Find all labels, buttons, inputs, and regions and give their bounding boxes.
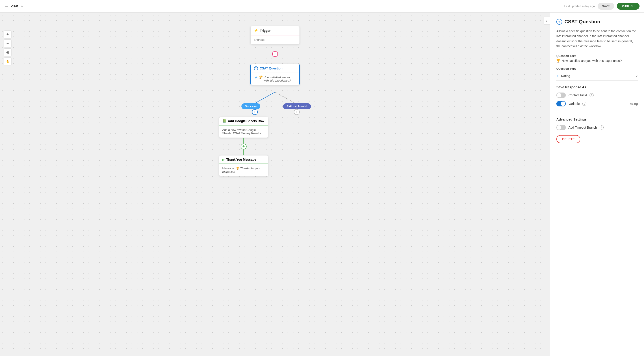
question-emoji: 🏆 — [556, 59, 560, 62]
question-text-label: Question Text — [556, 54, 638, 57]
panel-toggle-icon: › — [546, 18, 548, 23]
contact-field-label: Contact Field — [568, 93, 587, 97]
topbar-left: ← csat ✏ — [4, 3, 564, 9]
trigger-header: ⚡ Trigger — [250, 26, 300, 35]
contact-field-row: Contact Field ? — [556, 92, 638, 98]
thankyou-message-label: Message: — [222, 167, 235, 170]
csat-help-icon: ? — [254, 66, 258, 70]
line-failure-add — [296, 105, 297, 109]
line-add-thankyou — [244, 149, 244, 155]
right-panel: ? CSAT Question Allows a specific questi… — [550, 12, 644, 356]
question-value-text: How satisfied are you with this experien… — [562, 59, 622, 62]
workflow-area: ⚡ Trigger Shortcut + ? CSAT Question — [0, 12, 550, 356]
add-sheets-thankyou-button[interactable]: + — [241, 144, 246, 149]
topbar: ← csat ✏ Last updated a day ago SAVE PUB… — [0, 0, 644, 12]
thankyou-emoji: 🏆 — [236, 167, 240, 170]
question-type-row[interactable]: ✦ Rating ∨ — [556, 72, 638, 81]
contact-field-toggle[interactable] — [556, 92, 566, 98]
contact-field-thumb — [557, 93, 561, 97]
variable-help[interactable]: ? — [582, 102, 586, 106]
line-success-add — [255, 105, 255, 109]
add-failure-button[interactable]: + — [294, 109, 300, 115]
pan-button[interactable]: ✋ — [4, 57, 12, 65]
add-success-button[interactable]: + — [252, 109, 258, 115]
timeout-row: Add Timeout Branch ? — [556, 125, 638, 130]
csat-body: ✦ 🏆 How satisfied are you with this expe… — [251, 73, 299, 85]
thankyou-icon: ▷ — [222, 158, 224, 161]
main-layout: › + − ⊕ ✋ ⚡ Trigger Shortcut + — [0, 12, 644, 356]
last-updated: Last updated a day ago — [564, 4, 595, 8]
workflow-canvas[interactable]: › + − ⊕ ✋ ⚡ Trigger Shortcut + — [0, 12, 550, 356]
trigger-body: Shortcut — [250, 35, 300, 44]
connector-trigger-csat: + — [272, 44, 278, 64]
csat-question-node[interactable]: ? CSAT Question ✦ 🏆 How satisfied are yo… — [250, 64, 300, 85]
csat-star-icon: ✦ — [254, 75, 257, 80]
timeout-toggle[interactable] — [556, 125, 566, 130]
divider — [556, 112, 638, 112]
sheets-icon: 📗 — [222, 119, 226, 123]
thankyou-header: ▷ Thank You Message — [219, 155, 268, 164]
panel-help-icon: ? — [556, 19, 562, 25]
thankyou-body: Message: 🏆 Thanks for your response! — [219, 164, 268, 176]
csat-header: ? CSAT Question — [251, 64, 299, 73]
variable-label: Variable — [568, 102, 580, 105]
edit-icon[interactable]: ✏ — [20, 4, 23, 8]
branch-connector-area: Success Failure: Invalid + — [0, 85, 550, 117]
back-icon: ← — [4, 3, 9, 9]
sheets-header-label: Add Google Sheets Row — [228, 119, 264, 123]
variable-row: Variable ? rating — [556, 101, 638, 106]
line-csat-branch — [275, 85, 275, 92]
question-text-value: 🏆 How satisfied are you with this experi… — [556, 59, 638, 62]
trigger-node[interactable]: ⚡ Trigger Shortcut — [250, 26, 300, 44]
rating-diamond-icon: ✦ — [556, 74, 559, 78]
csat-question: ✦ 🏆 How satisfied are you with this expe… — [254, 75, 296, 82]
trigger-header-label: Trigger — [260, 29, 270, 32]
sheets-node[interactable]: 📗 Add Google Sheets Row Add a new row on… — [219, 117, 268, 138]
save-button[interactable]: SAVE — [598, 3, 614, 10]
line-trigger-down — [275, 44, 275, 51]
branch-spacing: + + — [237, 92, 313, 117]
thankyou-header-label: Thank You Message — [226, 158, 256, 161]
zoom-controls: + − ⊕ ✋ — [4, 30, 12, 65]
sheets-node-wrapper: 📗 Add Google Sheets Row Add a new row on… — [219, 117, 268, 176]
panel-description: Allows a specific question to be sent to… — [556, 29, 638, 49]
zoom-out-button[interactable]: − — [4, 39, 12, 47]
csat-header-label: CSAT Question — [260, 66, 283, 70]
failure-add-area: + — [294, 105, 300, 115]
question-type-label: Question Type — [556, 67, 638, 70]
topbar-right: Last updated a day ago SAVE PUBLISH — [564, 3, 640, 10]
publish-button[interactable]: PUBLISH — [617, 3, 640, 10]
trigger-icon: ⚡ — [254, 28, 258, 33]
variable-thumb — [561, 101, 565, 106]
timeout-help[interactable]: ? — [600, 125, 604, 129]
variable-toggle[interactable] — [556, 101, 566, 106]
workflow-title: csat — [11, 4, 18, 8]
line-add-csat — [275, 57, 275, 64]
advanced-settings-label: Advanced Settings — [556, 117, 638, 121]
question-type-text: Rating — [561, 74, 570, 78]
zoom-in-button[interactable]: + — [4, 30, 12, 38]
thankyou-node[interactable]: ▷ Thank You Message Message: 🏆 Thanks fo… — [219, 155, 268, 176]
contact-field-help[interactable]: ? — [590, 93, 594, 97]
save-response-label: Save Response As — [556, 85, 638, 89]
zoom-target-button[interactable]: ⊕ — [4, 48, 12, 56]
question-type-value: ✦ Rating — [556, 74, 570, 78]
sheets-body: Add a new row on Google Sheets: CSAT Sur… — [219, 125, 268, 138]
variable-value: rating — [630, 102, 638, 105]
sheets-header: 📗 Add Google Sheets Row — [219, 117, 268, 125]
connector-sheets-thankyou: + — [219, 138, 268, 155]
panel-toggle-button[interactable]: › — [544, 16, 550, 25]
timeout-thumb — [557, 125, 561, 130]
panel-title: CSAT Question — [564, 19, 600, 25]
delete-button[interactable]: DELETE — [556, 135, 580, 143]
add-between-trigger-csat[interactable]: + — [272, 51, 278, 57]
question-type-chevron[interactable]: ∨ — [636, 74, 638, 78]
timeout-label: Add Timeout Branch — [568, 126, 597, 129]
back-button[interactable]: ← — [4, 3, 9, 9]
line-sheets-add — [244, 138, 244, 144]
csat-question-emoji: 🏆 — [259, 75, 262, 79]
panel-title-row: ? CSAT Question — [556, 19, 638, 25]
csat-question-text: How satisfied are you with this experien… — [264, 75, 296, 82]
